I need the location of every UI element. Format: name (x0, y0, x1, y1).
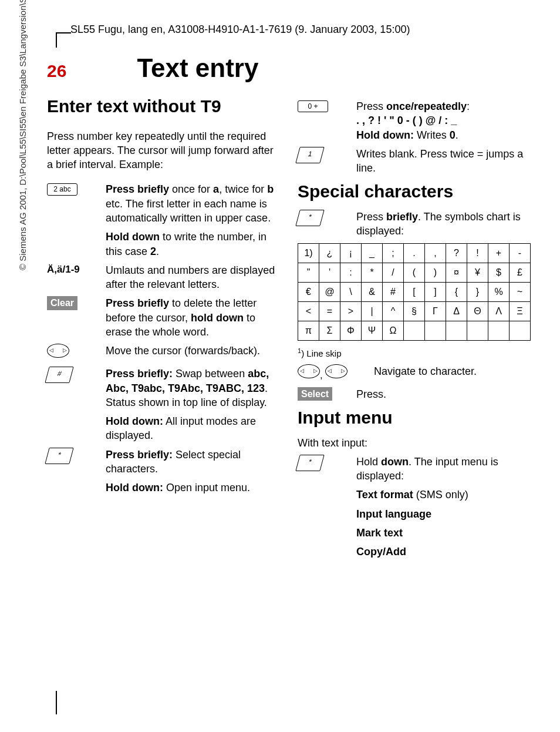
select-desc: Press. (356, 387, 531, 401)
intro-text: Press number key repeatedly until the re… (47, 129, 280, 172)
clear-desc: Press briefly to delete the letter befor… (106, 296, 280, 339)
select-button: Select (298, 387, 332, 401)
menu-text-format: Text format (SMS only) (356, 488, 531, 502)
key-2abc: 2 abc (47, 183, 77, 195)
hash-key-icon: # (45, 367, 74, 383)
page-number: 26 (47, 61, 66, 81)
menu-mark-text: Mark text (356, 526, 531, 540)
left-column: Enter text without T9 Press number key r… (47, 95, 280, 564)
header-info: SL55 Fugu, lang en, A31008-H4910-A1-1-76… (70, 23, 531, 36)
symbol-table: 1)¿¡_;.,?!+- "':*/()¤¥$£ €@\&#[]{}%~ <=>… (298, 243, 531, 341)
right-column: 0 + Press once/repeatedly: . , ? ! ' " 0… (298, 95, 531, 564)
side-copyright: © Siemens AG 2001, D:\Pool\L55\SI55\en F… (18, 0, 28, 270)
key2-desc: Press briefly once for a, twice for b et… (106, 182, 280, 225)
page-title: Text entry (137, 53, 258, 83)
nav-char-text: Navigate to character. (374, 364, 531, 378)
heading-special: Special characters (298, 180, 531, 204)
key0-desc: Press once/repeatedly: . , ? ! ' " 0 - (… (356, 99, 531, 142)
star-key-icon: * (45, 448, 74, 464)
crop-mark-top (56, 32, 71, 48)
hash-desc2: Hold down: All input modes are displayed… (106, 414, 280, 443)
star-key-icon-3: * (295, 455, 325, 471)
nav-desc: Move the cursor (forwards/back). (106, 344, 280, 358)
nav-icon-1 (298, 364, 320, 378)
star-brief-desc: Press briefly. The symbols chart is disp… (356, 210, 531, 239)
footnote: 11) Line skip) Line skip (298, 347, 531, 360)
star-desc1: Press briefly: Select special characters… (106, 448, 280, 476)
heading-input-menu: Input menu (298, 406, 531, 430)
key-0: 0 + (298, 100, 328, 112)
menu-copy-add: Copy/Add (356, 545, 531, 559)
umlaut-label: Ä,ä/1-9 (47, 263, 106, 277)
star-key-icon-2: * (295, 210, 325, 226)
menu-input-language: Input language (356, 507, 531, 521)
key2-hold: Hold down to write the number, in this c… (106, 230, 280, 258)
input-intro: With text input: (298, 436, 531, 450)
nav-icon (47, 344, 69, 358)
nav-icon-2 (325, 364, 348, 378)
umlaut-text: Umlauts and numbers are displayed after … (106, 263, 280, 292)
heading-enter-text: Enter text without T9 (47, 95, 280, 119)
clear-button: Clear (47, 296, 77, 310)
key-1: 1 (295, 147, 325, 163)
key1-desc: Writes blank. Press twice = jumps a line… (356, 147, 531, 176)
hash-desc1: Press briefly: Swap between abc, Abc, T9… (106, 367, 280, 409)
input-hold-desc: Hold down. The input menu is displayed: (356, 455, 531, 483)
star-desc2: Hold down: Open input menu. (106, 481, 280, 495)
crop-mark-bottom (56, 691, 57, 714)
